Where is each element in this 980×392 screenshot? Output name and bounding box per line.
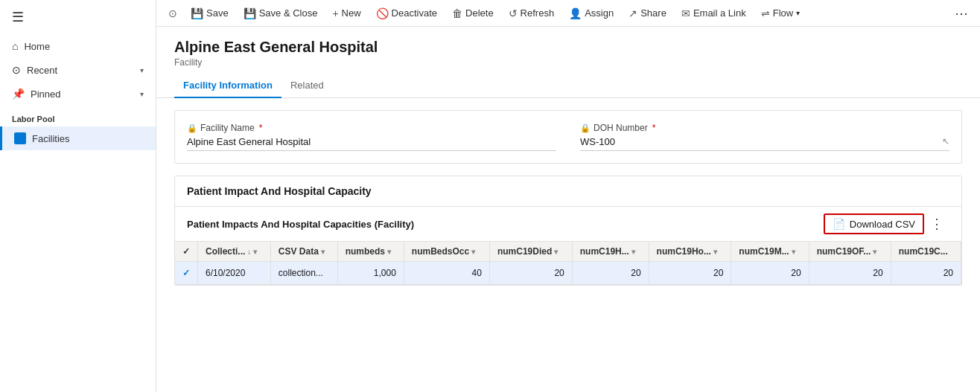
form-section: 🔒 Facility Name * Alpine East General Ho… [174,110,962,164]
col-header-numbeds[interactable]: numbeds ▾ [337,242,404,262]
assign-label: Assign [585,7,614,19]
cell-numC19last: 20 [891,262,961,285]
clock-icon: ⊙ [12,64,21,76]
capacity-section-title: Patient Impact And Hospital Capacity [175,176,961,207]
download-csv-label: Download CSV [850,219,915,230]
filter-icon-numC19Died[interactable]: ▾ [554,248,558,256]
form-row: 🔒 Facility Name * Alpine East General Ho… [187,123,949,151]
row-checkbox[interactable]: ✓ [175,262,198,285]
main-area: ⊙ 💾 Save 💾 Save & Close + New 🚫 Deactiva… [156,0,980,392]
facility-name-value[interactable]: Alpine East General Hospital [187,136,556,151]
facility-name-label: 🔒 Facility Name * [187,123,556,133]
filter-icon-numC19Ho[interactable]: ▾ [713,248,717,256]
cell-csv-data: collection... [270,262,337,285]
hamburger-icon[interactable]: ☰ [0,0,156,34]
capacity-section: Patient Impact And Hospital Capacity Pat… [174,176,962,286]
required-star-facility: * [259,123,263,133]
filter-icon-numbeds[interactable]: ▾ [387,248,391,256]
capacity-subheader-title: Patient Impacts And Hospital Capacities … [187,219,824,230]
email-icon: ✉ [681,7,690,19]
tabs-bar: Facility Information Related [156,74,980,98]
save-close-label: Save & Close [259,7,318,19]
plus-icon: + [332,7,338,19]
cell-numC19OF: 20 [809,262,891,285]
content-area: Alpine East General Hospital Facility Fa… [156,27,980,392]
tab-related[interactable]: Related [281,74,333,98]
col-header-csv-data[interactable]: CSV Data ▾ [270,242,337,262]
email-link-label: Email a Link [693,7,746,19]
capacity-table: ✓ Collecti... ↓ ▾ CSV Data [175,242,961,285]
cell-numbeds: 1,000 [337,262,404,285]
table-row[interactable]: ✓ 6/10/2020 collection... 1,000 40 20 20… [175,262,961,285]
csv-file-icon: 📄 [833,218,845,230]
sidebar-item-pinned[interactable]: 📌 Pinned ▾ [0,82,156,106]
doh-number-field: 🔒 DOH Number * WS-100 ↖ [580,123,949,151]
save-close-icon: 💾 [244,7,256,19]
col-header-numC19M[interactable]: numC19M... ▾ [731,242,809,262]
record-title: Alpine East General Hospital [174,39,962,56]
filter-icon-numC19H[interactable]: ▾ [631,248,635,256]
sidebar-item-facilities[interactable]: Facilities [0,126,156,150]
cursor-indicator: ↖ [942,136,949,147]
filter-icon-numC19OF[interactable]: ▾ [873,248,876,256]
filter-icon-csv[interactable]: ▾ [321,248,325,256]
share-label: Share [640,7,666,19]
record-subtitle: Facility [174,57,962,68]
col-header-numC19Died[interactable]: numC19Died ▾ [489,242,572,262]
refresh-button[interactable]: ↺ Refresh [501,0,562,27]
more-options-icon[interactable]: ⋯ [949,5,974,22]
delete-button[interactable]: 🗑 Delete [445,0,501,27]
facility-name-label-text: Facility Name [200,123,255,133]
col-header-numC19Ho[interactable]: numC19Ho... ▾ [649,242,731,262]
download-csv-button[interactable]: 📄 Download CSV [824,213,924,234]
doh-number-label: 🔒 DOH Number * [580,123,949,133]
share-icon: ↗ [629,7,637,19]
share-button[interactable]: ↗ Share [621,0,674,27]
capacity-more-button[interactable]: ⋮ [924,213,949,235]
sidebar-item-recent-label: Recent [27,65,57,76]
col-header-collecti[interactable]: Collecti... ↓ ▾ [198,242,271,262]
flow-button[interactable]: ⇌ Flow ▾ [754,0,807,27]
sidebar-item-home[interactable]: ⌂ Home [0,34,156,58]
refresh-icon: ↺ [509,7,518,19]
col-header-numC19H[interactable]: numC19H... ▾ [572,242,649,262]
new-button[interactable]: + New [325,0,368,27]
chevron-down-icon-pinned: ▾ [140,90,144,98]
capacity-subheader: Patient Impacts And Hospital Capacities … [175,207,961,242]
required-star-doh: * [652,123,656,133]
history-icon[interactable]: ⊙ [162,7,183,19]
assign-button[interactable]: 👤 Assign [561,0,621,27]
sidebar-section-label: Labor Pool [0,106,156,126]
tab-facility-information[interactable]: Facility Information [174,74,281,98]
record-header: Alpine East General Hospital Facility [156,27,980,68]
doh-number-value[interactable]: WS-100 ↖ [580,136,949,151]
deactivate-icon: 🚫 [376,7,389,19]
toolbar: ⊙ 💾 Save 💾 Save & Close + New 🚫 Deactiva… [156,0,980,27]
delete-label: Delete [465,7,494,19]
assign-icon: 👤 [569,7,582,19]
cell-numC19H: 20 [572,262,649,285]
save-label: Save [206,7,229,19]
sidebar-item-pinned-label: Pinned [31,89,60,100]
save-close-button[interactable]: 💾 Save & Close [236,0,325,27]
filter-icon-numbedsOcc[interactable]: ▾ [471,248,475,256]
sidebar-item-facilities-label: Facilities [32,133,70,144]
refresh-label: Refresh [521,7,555,19]
col-header-numC19last[interactable]: numC19C... [891,242,961,262]
filter-icon-numC19M[interactable]: ▾ [792,248,795,256]
deactivate-button[interactable]: 🚫 Deactivate [369,0,445,27]
doh-number-label-text: DOH Number [594,123,648,133]
flow-expand-icon: ▾ [796,9,800,17]
new-label: New [342,7,361,19]
col-header-numbedsOcc[interactable]: numBedsOcc ▾ [404,242,489,262]
save-button[interactable]: 💾 Save [183,0,236,27]
save-icon: 💾 [191,7,203,19]
flow-icon: ⇌ [761,7,770,19]
sidebar-item-recent[interactable]: ⊙ Recent ▾ [0,58,156,82]
cell-collecti: 6/10/2020 [198,262,271,285]
filter-icon-collecti[interactable]: ▾ [253,248,257,256]
email-link-button[interactable]: ✉ Email a Link [674,0,754,27]
cell-numbedsOcc: 40 [404,262,489,285]
lock-icon-facility: 🔒 [187,123,197,133]
col-header-numC19OF[interactable]: numC19OF... ▾ [809,242,891,262]
